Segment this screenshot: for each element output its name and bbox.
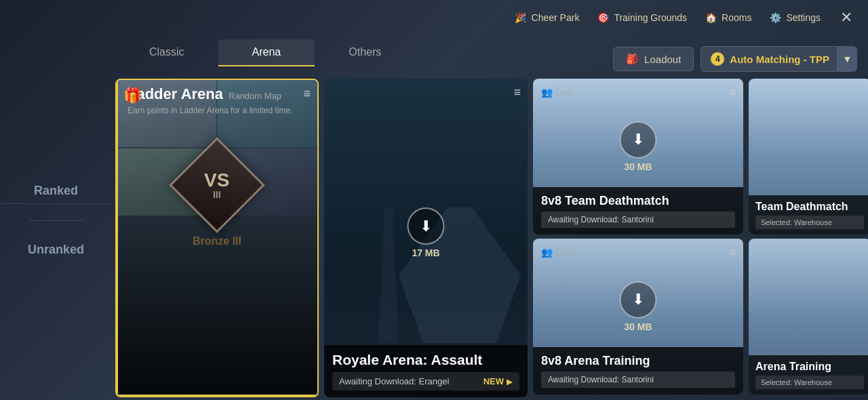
partial-column: Team Deathmatch Selected: Warehouse Aren… — [749, 79, 868, 395]
training-mb: 30 MB — [624, 321, 652, 332]
card-royale-arena[interactable]: ≡ ⬇ 17 MB Royale Arena: Assault Awaiting… — [324, 79, 528, 397]
tab-arena[interactable]: Arena — [218, 39, 315, 66]
ladder-menu-icon[interactable]: ≡ — [303, 87, 311, 101]
squad-icon-2: 👥 — [541, 247, 553, 258]
training-dl-icon: ⬇ — [620, 281, 657, 318]
deathmatch2-sub: Selected: Warehouse — [755, 216, 864, 229]
new-badge: NEW ▶ — [484, 376, 513, 386]
deathmatch2-title: Team Deathmatch — [755, 201, 864, 213]
loadout-button[interactable]: 🎒 Loadout — [613, 47, 694, 71]
sidebar-item-ranked[interactable]: Ranked — [0, 178, 112, 204]
royale-download-area: ⬇ 17 MB — [408, 207, 445, 258]
main-content: VS III 🎁 ≡ Bronze III Ladder Arena Rando… — [115, 73, 868, 400]
card-8v8-team-deathmatch[interactable]: 👥 Only ≡ ⬇ 30 MB 8v8 Team Deathmatch Awa… — [533, 79, 743, 235]
royale-arena-title: Royale Arena: Assault — [332, 352, 519, 368]
royale-dl-label: Awaiting Download: Erangel — [339, 376, 449, 386]
nav-training-grounds[interactable]: 🎯 Training Grounds — [589, 7, 694, 28]
training-title: 8v8 Arena Training — [541, 354, 735, 368]
auto-matching-button[interactable]: 4 Auto Matching - TPP — [701, 46, 840, 72]
only-badge-deathmatch: 👥 Only — [541, 87, 574, 98]
deathmatch2-bottom: Team Deathmatch Selected: Warehouse — [749, 195, 868, 235]
deathmatch-dl-icon: ⬇ — [620, 121, 657, 158]
training2-sub: Selected: Warehouse — [755, 376, 864, 389]
card-8v8-arena-training[interactable]: 👥 Only ≡ ⬇ 30 MB 8v8 Arena Training Awai… — [533, 239, 743, 395]
deathmatch-mb: 30 MB — [624, 161, 652, 172]
tower-decoration — [378, 207, 399, 343]
card-team-deathmatch-partial[interactable]: Team Deathmatch Selected: Warehouse — [749, 79, 868, 235]
training2-title: Arena Training — [755, 361, 864, 373]
matching-dropdown-button[interactable]: ▼ — [837, 46, 857, 72]
tab-classic[interactable]: Classic — [115, 39, 218, 66]
ladder-arena-subtitle: Random Map — [229, 91, 281, 101]
close-button[interactable]: ✕ — [835, 7, 857, 28]
tabs-bar: Classic Arena Others — [115, 39, 415, 66]
card-ladder-arena[interactable]: VS III 🎁 ≡ Bronze III Ladder Arena Rando… — [115, 79, 319, 397]
deathmatch-title: 8v8 Team Deathmatch — [541, 194, 735, 208]
nav-settings[interactable]: ⚙️ Settings — [761, 7, 827, 28]
ladder-arena-title: Ladder Arena — [127, 85, 223, 103]
tab-others[interactable]: Others — [315, 39, 415, 66]
sidebar-separator — [29, 220, 83, 221]
deathmatch-bottom-bar: 8v8 Team Deathmatch Awaiting Download: S… — [533, 187, 743, 235]
sidebar-item-unranked[interactable]: Unranked — [0, 237, 112, 262]
nav-cheer-park[interactable]: 🎉 Cheer Park — [507, 7, 587, 28]
ladder-arena-desc: Earn points in Ladder Arena for a limite… — [127, 106, 309, 117]
training-icon: 🎯 — [595, 10, 610, 25]
royale-mb-size: 17 MB — [412, 247, 439, 258]
sidebar: Ranked Unranked — [0, 41, 112, 400]
deathmatch-dl-area: ⬇ 30 MB — [620, 121, 657, 172]
settings-icon: ⚙️ — [768, 10, 783, 25]
squad-icon: 👥 — [541, 87, 553, 98]
training-dl-area: ⬇ 30 MB — [620, 281, 657, 332]
card-arena-training-partial[interactable]: Arena Training Selected: Warehouse — [749, 239, 868, 395]
right-column: 👥 Only ≡ ⬇ 30 MB 8v8 Team Deathmatch Awa… — [533, 79, 743, 395]
player-count-badge: 4 — [711, 52, 724, 66]
royale-menu-icon[interactable]: ≡ — [513, 85, 521, 100]
top-nav: 🎉 Cheer Park 🎯 Training Grounds 🏠 Rooms … — [496, 0, 868, 35]
chevron-right-icon: ▶ — [507, 377, 513, 386]
deathmatch-menu-icon[interactable]: ≡ — [729, 85, 736, 100]
toolbar-right: 🎒 Loadout 4 Auto Matching - TPP ▼ — [613, 46, 857, 72]
royale-download-icon: ⬇ — [408, 207, 445, 245]
royale-bottom-bar: Royale Arena: Assault Awaiting Download:… — [324, 345, 528, 397]
cheer-park-icon: 🎉 — [513, 10, 528, 25]
training-menu-icon[interactable]: ≡ — [729, 245, 736, 260]
rooms-icon: 🏠 — [703, 10, 718, 25]
training-bottom-bar: 8v8 Arena Training Awaiting Download: Sa… — [533, 347, 743, 395]
training-dl-label: Awaiting Download: Santorini — [541, 372, 735, 388]
loadout-icon: 🎒 — [626, 53, 639, 65]
only-badge-training: 👥 Only — [541, 247, 574, 258]
nav-rooms[interactable]: 🏠 Rooms — [696, 7, 758, 28]
deathmatch-dl-label: Awaiting Download: Santorini — [541, 212, 735, 228]
gift-icon: 🎁 — [123, 87, 142, 104]
training2-bottom: Arena Training Selected: Warehouse — [749, 355, 868, 395]
vs-diamond: VS III — [176, 144, 258, 226]
royale-dl-row: Awaiting Download: Erangel NEW ▶ — [332, 372, 519, 391]
